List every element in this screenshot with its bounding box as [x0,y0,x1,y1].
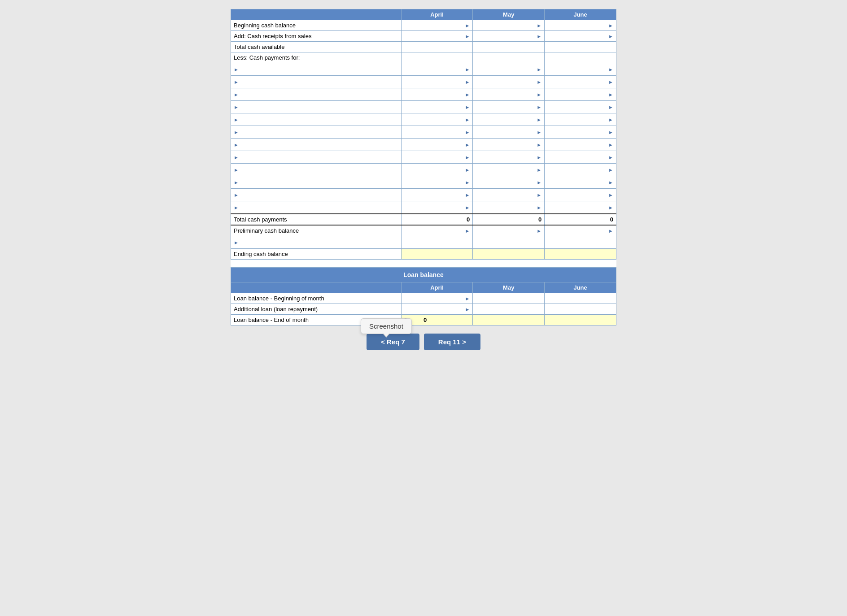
table-row: ► ► ► ► [231,139,616,151]
prev-button[interactable]: < Req 7 [367,334,419,350]
next-button-label: Req 11 > [438,338,466,346]
total-cash-payments-row: Total cash payments 0 0 0 [231,214,616,225]
total-cash-payments-label: Total cash payments [231,214,402,225]
loan-section-header: Loan balance [231,268,616,282]
cell-june[interactable]: ► [545,225,616,236]
cell-april[interactable]: ► [401,63,473,76]
empty-label[interactable]: ► [231,88,402,101]
empty-label[interactable]: ► [231,189,402,201]
loan-end-may[interactable] [473,315,545,325]
cell-may[interactable] [473,236,545,248]
loan-beginning-may[interactable] [473,293,545,304]
cell-may[interactable]: ► [473,151,545,164]
cell-june[interactable]: ► [545,63,616,76]
cell-june[interactable]: ► [545,139,616,151]
table-row: ► [231,236,616,248]
next-button[interactable]: Req 11 > [424,334,480,350]
empty-label[interactable]: ► [231,139,402,151]
loan-end-april[interactable]: $ 0 [401,315,473,325]
table-row: Beginning cash balance ► ► ► [231,20,616,31]
cell-may[interactable]: ► [473,139,545,151]
cell-june[interactable]: ► [545,76,616,88]
cell-may[interactable]: ► [473,88,545,101]
row-label: Preliminary cash balance [231,225,402,236]
cell-june[interactable]: ► [545,113,616,126]
ending-may[interactable] [473,248,545,259]
cell-april[interactable]: ► [401,76,473,88]
cell-april[interactable]: ► [401,189,473,201]
cell-april[interactable]: ► [401,139,473,151]
ending-june[interactable] [545,248,616,259]
cell-june[interactable]: ► [545,164,616,176]
loan-end-april-value[interactable]: 0 [424,317,427,323]
table-row: ► ► ► ► [231,126,616,139]
cell-april[interactable]: ► [401,20,473,31]
loan-beginning-april[interactable]: ► [401,293,473,304]
cell-may[interactable] [473,42,545,52]
loan-additional-june[interactable] [545,304,616,315]
cell-april[interactable] [401,42,473,52]
cell-april[interactable]: ► [401,201,473,214]
row-label: Additional loan (loan repayment) [231,304,402,315]
cell-june[interactable]: ► [545,126,616,139]
cell-june[interactable]: ► [545,201,616,214]
cell-june[interactable]: ► [545,151,616,164]
loan-additional-may[interactable] [473,304,545,315]
cell-june[interactable]: ► [545,176,616,189]
cell-may[interactable]: ► [473,113,545,126]
cell-may[interactable]: ► [473,201,545,214]
cell-may[interactable]: ► [473,101,545,113]
cell-may[interactable]: ► [473,176,545,189]
empty-label[interactable]: ► [231,236,402,248]
loan-beginning-june[interactable] [545,293,616,304]
empty-label[interactable]: ► [231,101,402,113]
cell-june[interactable]: ► [545,101,616,113]
empty-label[interactable]: ► [231,63,402,76]
cell-april[interactable] [401,52,473,63]
empty-label[interactable]: ► [231,201,402,214]
cell-april[interactable]: ► [401,176,473,189]
total-april[interactable]: 0 [401,214,473,225]
loan-end-june[interactable] [545,315,616,325]
total-may[interactable]: 0 [473,214,545,225]
header-label [231,9,402,20]
cell-april[interactable]: ► [401,88,473,101]
ending-cash-balance-label: Ending cash balance [231,248,402,259]
cell-may[interactable]: ► [473,126,545,139]
cell-april[interactable]: ► [401,113,473,126]
cell-may[interactable] [473,52,545,63]
cell-june[interactable] [545,42,616,52]
cell-may[interactable]: ► [473,164,545,176]
empty-label[interactable]: ► [231,164,402,176]
cell-june[interactable]: ► [545,31,616,42]
cell-june[interactable] [545,236,616,248]
cell-april[interactable]: ► [401,225,473,236]
cell-april[interactable]: ► [401,101,473,113]
empty-label[interactable]: ► [231,113,402,126]
cell-april[interactable] [401,236,473,248]
cell-june[interactable]: ► [545,20,616,31]
empty-label[interactable]: ► [231,76,402,88]
cell-may[interactable]: ► [473,76,545,88]
loan-additional-april[interactable]: ► [401,304,473,315]
cell-june[interactable]: ► [545,88,616,101]
cell-june[interactable] [545,52,616,63]
cell-june[interactable]: ► [545,189,616,201]
cell-may[interactable]: ► [473,225,545,236]
empty-label[interactable]: ► [231,151,402,164]
cell-may[interactable]: ► [473,31,545,42]
total-june[interactable]: 0 [545,214,616,225]
table-row: ► ► ► ► [231,113,616,126]
cell-april[interactable]: ► [401,164,473,176]
empty-label[interactable]: ► [231,126,402,139]
cell-may[interactable]: ► [473,63,545,76]
empty-label[interactable]: ► [231,176,402,189]
ending-april[interactable] [401,248,473,259]
cell-april[interactable]: ► [401,126,473,139]
cell-may[interactable]: ► [473,189,545,201]
cell-may[interactable]: ► [473,20,545,31]
loan-header-label [231,282,402,293]
table-row: Total cash available [231,42,616,52]
cell-april[interactable]: ► [401,151,473,164]
cell-april[interactable]: ► [401,31,473,42]
